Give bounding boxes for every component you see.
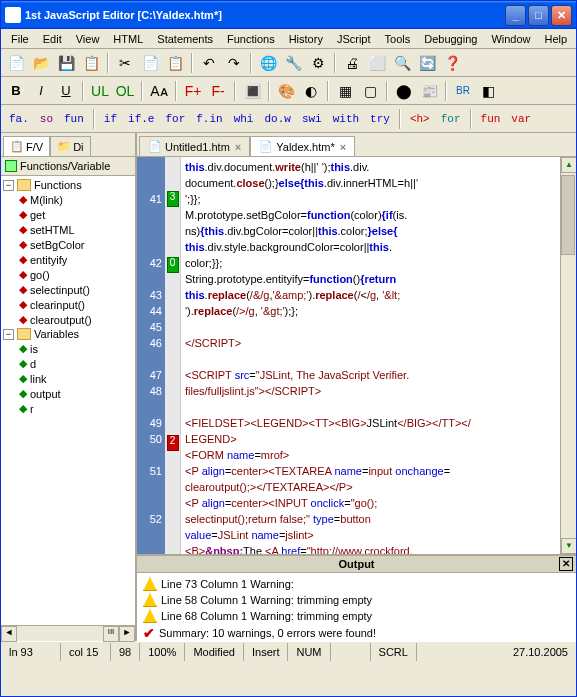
gear-icon[interactable]: ⚙	[307, 52, 329, 74]
scroll-thumb[interactable]	[561, 175, 575, 255]
menu-window[interactable]: Window	[485, 31, 536, 47]
underline-button[interactable]: U	[55, 80, 77, 102]
app-icon[interactable]: 🔳	[241, 80, 263, 102]
tree-fn-item[interactable]: ◆get	[3, 207, 133, 222]
output-line[interactable]: Line 68 Column 1 Warning: trimming empty	[143, 608, 570, 624]
editor-tab-2[interactable]: 📄Yaldex.htm*×	[250, 136, 355, 156]
undo-icon[interactable]: ↶	[198, 52, 220, 74]
italic-button[interactable]: I	[30, 80, 52, 102]
fontinc-button[interactable]: F+	[182, 80, 204, 102]
menu-file[interactable]: File	[5, 31, 35, 47]
kw-for[interactable]: for	[161, 111, 189, 127]
kw-fin[interactable]: f.in	[192, 111, 226, 127]
menu-debugging[interactable]: Debugging	[418, 31, 483, 47]
tree-node-functions[interactable]: −Functions	[3, 178, 133, 192]
bookmark-icon[interactable]: 2	[167, 435, 179, 451]
cut-icon[interactable]: ✂	[114, 52, 136, 74]
sidebar-tab-fv[interactable]: 📋F/V	[3, 136, 50, 156]
kw-h[interactable]: <h>	[406, 111, 434, 127]
print-icon[interactable]: 🖨	[341, 52, 363, 74]
font-icon[interactable]: Aᴀ	[148, 80, 170, 102]
tab-close-icon[interactable]: ×	[235, 141, 241, 153]
tree-fn-item[interactable]: ◆clearoutput()	[3, 312, 133, 327]
maximize-button[interactable]: □	[528, 5, 549, 26]
bookmark-icon[interactable]: 0	[167, 257, 179, 273]
tool-icon[interactable]: 🔧	[282, 52, 304, 74]
output-line[interactable]: Line 73 Column 1 Warning: inserting "typ…	[143, 576, 570, 592]
menu-help[interactable]: Help	[539, 31, 574, 47]
kw-ife[interactable]: if.e	[124, 111, 158, 127]
scroll-thumb-icon[interactable]: III	[103, 626, 119, 642]
new-icon[interactable]: 📄	[5, 52, 27, 74]
tree-fn-item[interactable]: ◆setHTML	[3, 222, 133, 237]
copy-icon[interactable]: 📄	[139, 52, 161, 74]
tree-fn-item[interactable]: ◆selectinput()	[3, 282, 133, 297]
kw-var[interactable]: var	[507, 111, 535, 127]
sidebar-tab-di[interactable]: 📁Di	[50, 136, 90, 156]
kw-so[interactable]: so	[36, 111, 57, 127]
output-close-icon[interactable]: ✕	[559, 557, 573, 571]
kw-for2[interactable]: for	[437, 111, 465, 127]
minimize-button[interactable]: _	[505, 5, 526, 26]
tree-node-variables[interactable]: −Variables	[3, 327, 133, 341]
bold-button[interactable]: B	[5, 80, 27, 102]
vertical-scrollbar[interactable]: ▲ ▼	[560, 157, 576, 554]
close-button[interactable]: ✕	[551, 5, 572, 26]
bullet-icon[interactable]: ⬤	[393, 80, 415, 102]
kw-fun[interactable]: fun	[60, 111, 88, 127]
open-icon[interactable]: 📂	[30, 52, 52, 74]
kw-fun2[interactable]: fun	[477, 111, 505, 127]
tab-close-icon[interactable]: ×	[340, 141, 346, 153]
menu-statements[interactable]: Statements	[151, 31, 219, 47]
line-gutter[interactable]: 414243444546474849505152	[137, 157, 165, 554]
sq1-icon[interactable]: ▦	[334, 80, 356, 102]
doc-icon[interactable]: 📰	[418, 80, 440, 102]
tree-var-item[interactable]: ◆link	[3, 371, 133, 386]
misc-icon[interactable]: ◧	[477, 80, 499, 102]
bookmark-icon[interactable]: 3	[167, 191, 179, 207]
scroll-up-icon[interactable]: ▲	[561, 157, 576, 173]
kw-try[interactable]: try	[366, 111, 394, 127]
fontdec-button[interactable]: F-	[207, 80, 229, 102]
tree-fn-item[interactable]: ◆clearinput()	[3, 297, 133, 312]
sidebar-scroll[interactable]: ◄ III ►	[1, 625, 135, 641]
kw-if[interactable]: if	[100, 111, 121, 127]
tree-var-item[interactable]: ◆output	[3, 386, 133, 401]
br-button[interactable]: BR	[452, 80, 474, 102]
kw-whi[interactable]: whi	[230, 111, 258, 127]
menu-html[interactable]: HTML	[107, 31, 149, 47]
kw-dow[interactable]: do.w	[260, 111, 294, 127]
replace-icon[interactable]: 🔄	[416, 52, 438, 74]
kw-with[interactable]: with	[329, 111, 363, 127]
menu-jscript[interactable]: JScript	[331, 31, 377, 47]
palette-icon[interactable]: 🎨	[275, 80, 297, 102]
menu-tools[interactable]: Tools	[379, 31, 417, 47]
scroll-down-icon[interactable]: ▼	[561, 538, 576, 554]
scroll-left-icon[interactable]: ◄	[1, 626, 17, 642]
sq2-icon[interactable]: ▢	[359, 80, 381, 102]
menu-history[interactable]: History	[283, 31, 329, 47]
redo-icon[interactable]: ↷	[223, 52, 245, 74]
tree-var-item[interactable]: ◆is	[3, 341, 133, 356]
scroll-right-icon[interactable]: ►	[119, 626, 135, 642]
kw-fa[interactable]: fa.	[5, 111, 33, 127]
find-icon[interactable]: 🔍	[391, 52, 413, 74]
tree-var-item[interactable]: ◆d	[3, 356, 133, 371]
kw-swi[interactable]: swi	[298, 111, 326, 127]
tree-fn-item[interactable]: ◆go()	[3, 267, 133, 282]
menu-edit[interactable]: Edit	[37, 31, 68, 47]
run-icon[interactable]: 🌐	[257, 52, 279, 74]
tree-fn-item[interactable]: ◆setBgColor	[3, 237, 133, 252]
editor-tab-1[interactable]: 📄Untitled1.htm×	[139, 136, 250, 156]
tree-var-item[interactable]: ◆r	[3, 401, 133, 416]
tree-fn-item[interactable]: ◆entityify	[3, 252, 133, 267]
stop-icon[interactable]: ⬜	[366, 52, 388, 74]
color-icon[interactable]: ◐	[300, 80, 322, 102]
ol-button[interactable]: OL	[114, 80, 136, 102]
menu-functions[interactable]: Functions	[221, 31, 281, 47]
tree-panel[interactable]: −Functions ◆M(link)◆get◆setHTML◆setBgCol…	[1, 176, 135, 625]
saveall-icon[interactable]: 📋	[80, 52, 102, 74]
bookmark-gutter[interactable]: 302	[165, 157, 181, 554]
save-icon[interactable]: 💾	[55, 52, 77, 74]
tree-fn-item[interactable]: ◆M(link)	[3, 192, 133, 207]
